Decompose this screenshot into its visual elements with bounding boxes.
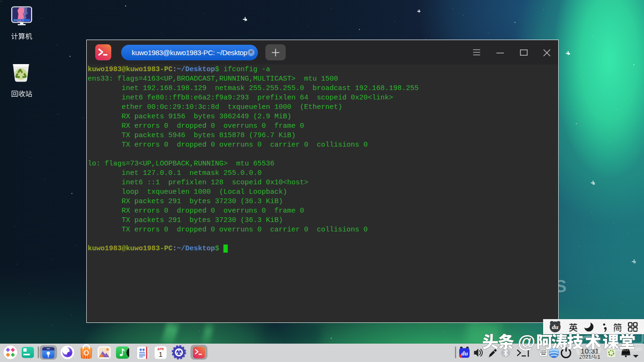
svg-text:@: @ <box>518 331 536 352</box>
